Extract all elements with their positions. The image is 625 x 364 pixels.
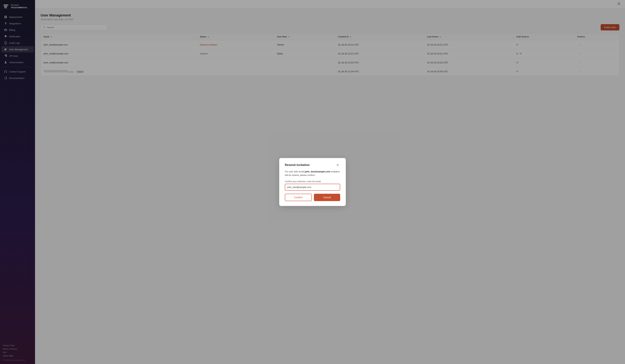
content-area: User Management Subscription start date:… [35,8,625,364]
resend-invitation-modal: Resend invitation ✕ For user with email … [279,158,346,206]
main-content: User Management Subscription start date:… [35,0,625,364]
cancel-button[interactable]: Cancel [314,194,340,201]
modal-email-input[interactable] [285,184,340,191]
confirm-button[interactable]: Confirm [285,194,312,201]
modal-body: For user with email john_doe@eample.com … [285,170,340,177]
modal-header: Resend invitation ✕ [285,163,340,167]
modal-actions: Confirm Cancel [285,194,340,201]
modal-overlay: Resend invitation ✕ For user with email … [35,8,625,364]
modal-email-highlight: john_doe@eample.com [305,170,330,173]
modal-input-label: Confirm your selection, enter the email [285,180,340,183]
modal-close-button[interactable]: ✕ [335,163,340,167]
modal-title: Resend invitation [285,163,310,167]
